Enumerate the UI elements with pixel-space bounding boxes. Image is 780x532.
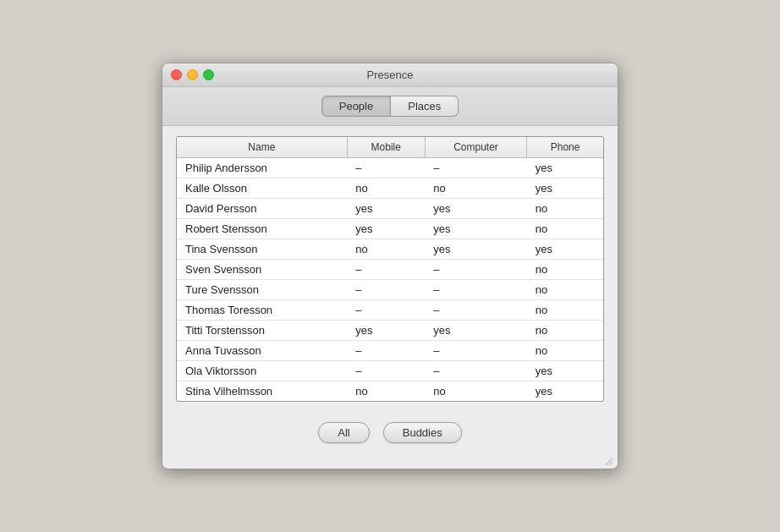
cell-computer: – [425,361,526,381]
cell-phone: yes [527,381,603,402]
cell-name: Thomas Toresson [177,300,347,321]
cell-mobile: – [347,158,425,178]
cell-mobile: yes [347,321,425,341]
cell-name: Stina Vilhelmsson [177,381,347,402]
cell-computer: – [425,158,526,178]
cell-computer: no [425,381,526,402]
col-header-phone: Phone [527,137,603,158]
cell-phone: yes [527,158,603,178]
svg-line-0 [606,458,612,465]
table-row[interactable]: Philip Andersson––yes [177,158,603,178]
resize-icon[interactable] [604,457,614,467]
tab-people[interactable]: People [321,96,391,117]
table-row[interactable]: Robert Stenssonyesyesno [177,219,603,239]
close-button[interactable] [171,69,182,80]
cell-phone: no [527,321,603,341]
cell-phone: yes [527,361,603,381]
cell-phone: no [527,300,603,321]
table-row[interactable]: Kalle Olssonnonoyes [177,178,603,199]
cell-computer: yes [425,199,526,219]
table-row[interactable]: Tina Svenssonnoyesyes [177,239,603,260]
cell-mobile: – [347,260,425,280]
table-row[interactable]: Stina Vilhelmssonnonoyes [177,381,603,402]
cell-name: Ola Viktorsson [177,361,347,381]
col-header-mobile: Mobile [347,137,425,158]
cell-name: Anna Tuvasson [177,341,347,361]
cell-name: Ture Svensson [177,280,347,300]
maximize-button[interactable] [203,69,214,80]
cell-computer: – [425,300,526,321]
cell-mobile: – [347,361,425,381]
cell-phone: no [527,219,603,239]
table-header-row: Name Mobile Computer Phone [177,137,603,158]
cell-computer: – [425,280,526,300]
all-button[interactable]: All [318,422,369,443]
tab-places[interactable]: Places [391,96,459,117]
window-title: Presence [367,69,414,81]
cell-computer: yes [425,239,526,260]
resize-handle-area [162,457,618,469]
cell-phone: no [527,199,603,219]
cell-computer: yes [425,321,526,341]
cell-mobile: – [347,300,425,321]
table-row[interactable]: Sven Svensson––no [177,260,603,280]
cell-phone: no [527,280,603,300]
presence-window: Presence People Places Name Mobile Compu… [162,63,618,469]
table-row[interactable]: Thomas Toresson––no [177,300,603,321]
cell-computer: – [425,260,526,280]
col-header-name: Name [177,137,347,158]
cell-name: Tina Svensson [177,239,347,260]
table-row[interactable]: Ola Viktorsson––yes [177,361,603,381]
cell-mobile: – [347,341,425,361]
cell-name: Sven Svensson [177,260,347,280]
cell-mobile: no [347,178,425,199]
cell-phone: no [527,260,603,280]
buddies-button[interactable]: Buddies [383,422,462,443]
table-row[interactable]: David Perssonyesyesno [177,199,603,219]
table-row[interactable]: Titti Torstenssonyesyesno [177,321,603,341]
cell-computer: – [425,341,526,361]
people-table-container: Name Mobile Computer Phone Philip Anders… [176,136,604,402]
footer: All Buddies [162,412,618,457]
col-header-computer: Computer [425,137,526,158]
toolbar: People Places [162,87,618,126]
cell-mobile: no [347,381,425,402]
cell-mobile: no [347,239,425,260]
minimize-button[interactable] [187,69,198,80]
cell-name: Kalle Olsson [177,178,347,199]
table-row[interactable]: Ture Svensson––no [177,280,603,300]
cell-name: Philip Andersson [177,158,347,178]
table-row[interactable]: Anna Tuvasson––no [177,341,603,361]
cell-name: David Persson [177,199,347,219]
cell-mobile: yes [347,199,425,219]
cell-phone: yes [527,239,603,260]
cell-mobile: yes [347,219,425,239]
cell-name: Titti Torstensson [177,321,347,341]
cell-computer: no [425,178,526,199]
cell-computer: yes [425,219,526,239]
svg-line-1 [609,462,612,465]
cell-mobile: – [347,280,425,300]
content-area: Name Mobile Computer Phone Philip Anders… [162,126,618,412]
cell-name: Robert Stensson [177,219,347,239]
traffic-lights [171,69,214,80]
cell-phone: no [527,341,603,361]
titlebar: Presence [162,63,618,87]
cell-phone: yes [527,178,603,199]
people-table: Name Mobile Computer Phone Philip Anders… [177,137,603,401]
